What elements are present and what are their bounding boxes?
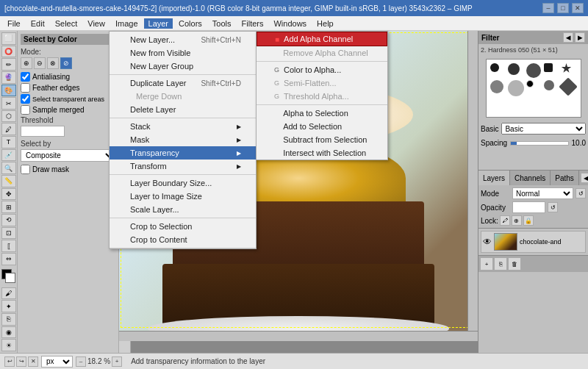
tool-flip[interactable]: ⇔ [1,253,16,265]
brush-tag-select[interactable]: Basic [501,123,586,135]
brush-thumb[interactable] [544,63,553,72]
menu-mask[interactable]: Mask [110,133,256,146]
brush-thumb[interactable] [508,80,524,96]
redo-button[interactable]: ↪ [16,357,26,367]
brush-thumb[interactable] [526,63,541,78]
tab-paths[interactable]: Paths [551,171,579,185]
layer-opacity-reset[interactable]: ↺ [548,202,558,212]
menu-crop-to-selection[interactable]: Crop to Selection [110,220,256,233]
minimize-button[interactable]: – [542,3,554,13]
brush-prev[interactable]: ◀ [563,32,573,43]
menu-tools[interactable]: Tools [208,18,236,29]
menu-transform[interactable]: Transform [110,160,256,173]
brush-thumb[interactable] [559,77,577,96]
brush-thumb[interactable] [508,63,520,75]
menu-file[interactable]: File [3,18,25,29]
tool-text[interactable]: T [1,136,16,148]
layer-mode-select[interactable]: Normal [512,187,573,199]
brush-thumb[interactable] [490,80,503,93]
horizontal-scrollbar[interactable] [119,331,478,341]
duplicate-layer-button[interactable]: ⎘ [494,257,507,271]
menu-layer-boundary-size[interactable]: Layer Boundary Size... [110,176,256,190]
sample-checkbox[interactable] [21,105,30,115]
foreground-color[interactable] [1,269,16,281]
menu-new-layer[interactable]: New Layer... Shift+Ctrl+N [110,33,256,46]
maximize-button[interactable]: □ [557,3,569,13]
submenu-alpha-to-selection[interactable]: Alpha to Selection [257,107,387,120]
menu-layer[interactable]: Layer [144,18,173,29]
zoom-in-button[interactable]: + [112,357,122,367]
undo-button[interactable]: ↩ [4,357,15,367]
menu-new-from-visible[interactable]: New from Visible [110,46,256,60]
submenu-intersect-with-selection[interactable]: Intersect with Selection [257,146,387,160]
mode-btn-2[interactable]: ⊖ [34,57,46,69]
submenu-add-alpha[interactable]: ■ Add Alpha Channel [257,32,387,46]
tool-align[interactable]: ⊞ [1,201,16,213]
zoom-out-button[interactable]: – [76,357,86,367]
delete-layer-button[interactable]: 🗑 [508,257,521,271]
opacity-input[interactable]: 100.0 [512,201,545,213]
tool-heal[interactable]: ✦ [1,300,16,312]
unit-select[interactable]: px mm in [41,356,73,368]
layer-item[interactable]: 👁 chocolate-and [481,231,586,253]
layer-visibility-icon[interactable]: 👁 [483,237,492,247]
tool-clone[interactable]: ⎘ [1,313,16,326]
menu-edit[interactable]: Edit [26,18,49,29]
layer-mode-reset[interactable]: ↺ [576,188,586,198]
tool-ellipse-select[interactable]: ⭕ [1,46,16,58]
menu-duplicate-layer[interactable]: Duplicate Layer Shift+Ctrl+D [110,76,256,90]
tool-colorpicker[interactable]: 💉 [1,149,16,162]
tool-blur[interactable]: ◉ [1,326,16,339]
tool-paint[interactable]: 🖌 [1,287,16,300]
feather-checkbox[interactable] [21,83,30,93]
clear-button[interactable]: ✕ [28,357,38,367]
tool-perspective[interactable]: ⟦ [1,240,16,252]
new-layer-button[interactable]: + [480,257,493,271]
menu-windows[interactable]: Windows [269,18,311,29]
transparent-checkbox[interactable] [21,94,30,104]
tool-fuzzy-select[interactable]: 🔮 [1,71,16,84]
menu-delete-layer[interactable]: Delete Layer [110,103,256,116]
menu-view[interactable]: View [83,18,110,29]
menu-filters[interactable]: Filters [237,18,268,29]
spacing-slider[interactable] [510,141,568,146]
tool-dodge[interactable]: ☀ [1,339,16,351]
antialiasing-checkbox[interactable] [21,72,30,82]
lock-position[interactable]: ⊕ [512,215,522,226]
tab-channels[interactable]: Channels [510,171,551,185]
tool-paths[interactable]: 🖊 [1,123,16,135]
mode-btn-4[interactable]: ⊘ [60,57,72,69]
draw-mask-checkbox[interactable] [21,165,30,174]
tool-rect-select[interactable]: ⬜ [1,32,16,45]
tool-transform[interactable]: ⟲ [1,214,16,226]
mode-btn-3[interactable]: ⊗ [47,57,59,69]
vertical-scrollbar[interactable] [467,31,478,331]
threshold-input[interactable]: 15.0 [21,126,65,137]
tool-measure[interactable]: 📏 [1,175,16,187]
tool-crop[interactable]: ⊡ [1,227,16,240]
tool-select-color[interactable]: 🎨 [1,85,16,97]
menu-stack[interactable]: Stack [110,120,256,133]
layers-prev[interactable]: ◀ [581,173,588,183]
menu-crop-to-content[interactable]: Crop to Content [110,233,256,246]
lock-pixels[interactable]: 🖍 [500,215,510,226]
tab-layers[interactable]: Layers [478,171,510,185]
submenu-color-to-alpha[interactable]: G Color to Alpha... [257,63,387,76]
brush-thumb[interactable] [526,80,534,87]
submenu-add-to-selection[interactable]: Add to Selection [257,120,387,133]
menu-image[interactable]: Image [111,18,143,29]
brush-next[interactable]: ▶ [575,32,585,43]
menu-help[interactable]: Help [312,18,338,29]
brush-thumb[interactable] [544,80,554,90]
menu-scale-layer[interactable]: Scale Layer... [110,203,256,216]
menu-transparency[interactable]: Transparency [110,146,256,160]
menu-new-layer-group[interactable]: New Layer Group [110,60,256,73]
lock-all[interactable]: 🔒 [523,215,534,226]
select-by-select[interactable]: Composite Red Green Blue [21,149,115,162]
menu-layer-to-image-size[interactable]: Layer to Image Size [110,190,256,203]
tool-scissors[interactable]: ✂ [1,97,16,110]
tool-foreground-select[interactable]: ⬡ [1,110,16,123]
menu-select[interactable]: Select [51,18,82,29]
tool-move[interactable]: ✥ [1,188,16,201]
close-button[interactable]: ✕ [572,3,584,13]
